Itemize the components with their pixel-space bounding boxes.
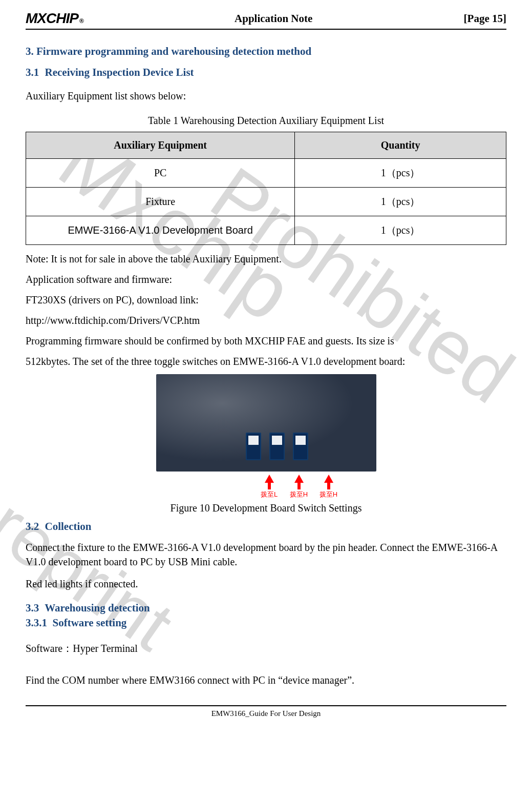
switch-arrows-row: 拨至L 拨至H 拨至H bbox=[259, 475, 339, 499]
heading-number: 3.1 bbox=[26, 66, 39, 78]
section-3-2-heading: 3.2 Collection bbox=[26, 520, 506, 533]
heading-text: Warehousing detection bbox=[45, 602, 150, 614]
header-title: Application Note bbox=[235, 12, 312, 25]
find-com-instruction: Find the COM number where EMW3166 connec… bbox=[26, 670, 506, 690]
heading-number: 3.3.1 bbox=[26, 617, 47, 629]
logo-text: MXCHIP bbox=[26, 10, 78, 27]
footer-divider bbox=[26, 705, 506, 706]
page-header: MXCHIP ® Application Note [Page 15] bbox=[26, 10, 506, 27]
auxiliary-equipment-table: Auxiliary Equipment Quantity PC 1（pcs） F… bbox=[26, 132, 506, 245]
programming-note-line2: 512kbytes. The set of the three toggle s… bbox=[26, 352, 506, 371]
up-arrow-icon bbox=[324, 475, 333, 483]
equipment-qty: 1（pcs） bbox=[295, 159, 506, 188]
table-note: Note: It is not for sale in above the ta… bbox=[26, 249, 506, 269]
up-arrow-icon bbox=[294, 475, 304, 483]
collection-paragraph-2: Red led lights if connected. bbox=[26, 574, 506, 593]
footer-text: EMW3166_Guide For User Design bbox=[26, 709, 506, 718]
page-number: [Page 15] bbox=[464, 12, 506, 25]
up-arrow-icon bbox=[265, 475, 274, 483]
table-row: EMWE-3166-A V1.0 Development Board 1（pcs… bbox=[26, 216, 506, 245]
intro-paragraph: Auxiliary Equipment list shows below: bbox=[26, 86, 506, 106]
table-row: Fixture 1（pcs） bbox=[26, 188, 506, 216]
table-row: PC 1（pcs） bbox=[26, 159, 506, 188]
programming-note-line1: Programming firmware should be confirmed… bbox=[26, 331, 506, 351]
table-header-quantity: Quantity bbox=[295, 132, 506, 159]
heading-number: 3.3 bbox=[26, 602, 39, 614]
section-3-heading: 3. Firmware programming and warehousing … bbox=[26, 45, 506, 58]
toggle-switch-icon bbox=[246, 433, 261, 460]
development-board-image bbox=[156, 374, 376, 472]
heading-text: Software setting bbox=[53, 617, 127, 629]
logo: MXCHIP ® bbox=[26, 10, 83, 27]
arrow-label: 拨至L bbox=[261, 490, 278, 499]
figure-10: 拨至L 拨至H 拨至H Figure 10 Development Board … bbox=[26, 374, 506, 519]
toggle-switch-icon bbox=[293, 433, 308, 460]
equipment-qty: 1（pcs） bbox=[295, 216, 506, 245]
table-header-equipment: Auxiliary Equipment bbox=[26, 132, 295, 159]
equipment-name: Fixture bbox=[26, 188, 295, 216]
logo-registered-icon: ® bbox=[79, 17, 83, 25]
heading-text: Receiving Inspection Device List bbox=[45, 66, 194, 78]
section-3-3-1-heading: 3.3.1 Software setting bbox=[26, 617, 506, 629]
equipment-name: EMWE-3166-A V1.0 Development Board bbox=[26, 216, 295, 245]
collection-paragraph-1: Connect the fixture to the EMWE-3166-A V… bbox=[26, 540, 506, 569]
heading-number: 3.2 bbox=[26, 520, 39, 532]
software-name: Software：Hyper Terminal bbox=[26, 639, 506, 658]
driver-download-link[interactable]: http://www.ftdichip.com/Drivers/VCP.htm bbox=[26, 311, 506, 330]
section-3-3-heading: 3.3 Warehousing detection bbox=[26, 602, 506, 614]
table-caption: Table 1 Warehousing Detection Auxiliary … bbox=[26, 115, 506, 127]
equipment-name: PC bbox=[26, 159, 295, 188]
section-3-1-heading: 3.1 Receiving Inspection Device List bbox=[26, 66, 506, 79]
heading-text: Collection bbox=[45, 520, 92, 532]
driver-text: FT230XS (drivers on PC), download link: bbox=[26, 290, 506, 310]
header-divider bbox=[26, 29, 506, 30]
arrow-label: 拨至H bbox=[320, 490, 337, 499]
software-firmware-label: Application software and firmware: bbox=[26, 270, 506, 289]
arrow-label: 拨至H bbox=[290, 490, 308, 499]
equipment-qty: 1（pcs） bbox=[295, 188, 506, 216]
toggle-switch-icon bbox=[269, 433, 285, 460]
figure-caption: Figure 10 Development Board Switch Setti… bbox=[171, 502, 362, 514]
